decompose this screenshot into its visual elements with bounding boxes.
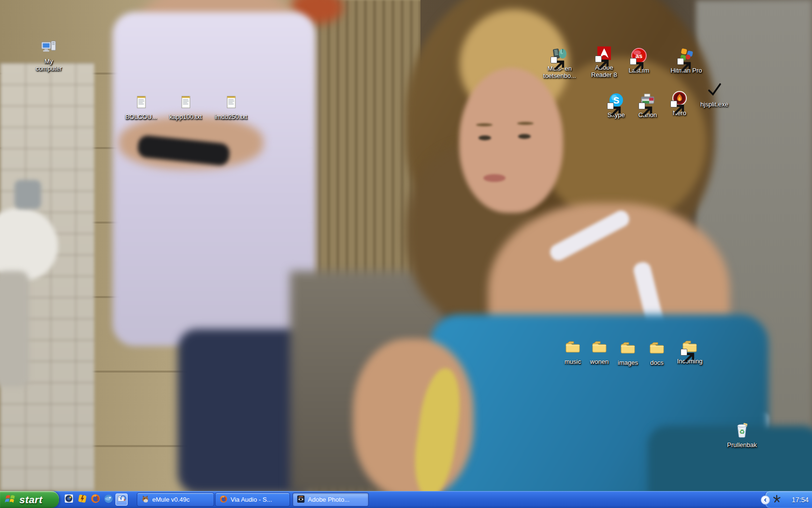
taskbar-window-title: Adobe Photo... bbox=[308, 496, 349, 503]
taskbar: start eMule v0.49c Via Audio - S... bbox=[0, 491, 812, 508]
taskbar-window-via-audio[interactable]: Via Audio - S... bbox=[215, 493, 290, 507]
outlook-express-icon bbox=[116, 493, 127, 506]
folder-icon bbox=[649, 340, 665, 356]
desktop-icon-label: Prullenbak bbox=[727, 442, 756, 449]
text-file-icon bbox=[223, 94, 239, 110]
desktop-icon-incoming-folder[interactable]: Incoming bbox=[667, 338, 713, 365]
wallpaper-girl-eye bbox=[518, 134, 531, 139]
taskbar-window-emule[interactable]: eMule v0.49c bbox=[137, 493, 214, 507]
tray-collapse-chevron-icon[interactable] bbox=[761, 495, 770, 505]
emule-donkey-icon bbox=[141, 495, 149, 505]
wallpaper bbox=[0, 0, 812, 508]
text-file-icon bbox=[177, 94, 194, 110]
desktop-icon-label: BOLCOU... bbox=[125, 114, 157, 121]
adobe-reader-icon bbox=[596, 45, 612, 61]
hitman-pro-icon bbox=[678, 47, 695, 64]
checkmark-icon bbox=[706, 81, 723, 98]
desktop-icon-hjsplit[interactable]: hjsplit.exe bbox=[691, 81, 738, 108]
my-computer-icon bbox=[41, 39, 57, 55]
shortcut-arrow-icon bbox=[630, 58, 637, 65]
svg-text:♻: ♻ bbox=[739, 428, 745, 435]
desktop-icon-label: imdb250.txt bbox=[215, 114, 247, 121]
thunderbird-icon bbox=[103, 493, 114, 506]
desktop: My computer BOLCOU... kapp100.txt imdb25… bbox=[0, 0, 812, 508]
text-file-icon bbox=[133, 94, 149, 110]
firefox-icon bbox=[90, 493, 101, 506]
start-button[interactable]: start bbox=[0, 491, 59, 508]
shortcut-arrow-icon bbox=[670, 101, 677, 107]
quicklaunch-outlook-express[interactable] bbox=[116, 493, 128, 506]
media-player-icon bbox=[64, 493, 74, 506]
quicklaunch-media-player[interactable] bbox=[63, 493, 75, 506]
recycle-bin-icon: ♻ bbox=[734, 422, 750, 438]
shortcut-arrow-icon bbox=[681, 349, 687, 356]
tray-star-utility-icon[interactable] bbox=[772, 494, 782, 506]
desktop-icon-prullenbak[interactable]: ♻ Prullenbak bbox=[719, 422, 765, 449]
desktop-icon-bolcou[interactable]: BOLCOU... bbox=[118, 94, 164, 121]
wallpaper-girl-brow bbox=[517, 122, 534, 125]
shortcut-arrow-icon bbox=[677, 58, 684, 65]
shortcut-arrow-icon bbox=[638, 103, 645, 109]
taskbar-window-title: eMule v0.49c bbox=[152, 496, 189, 503]
taskbar-window-adobe-photo[interactable]: Adobe Photo... bbox=[292, 493, 369, 507]
firefox-icon bbox=[219, 495, 228, 505]
wallpaper-faucet bbox=[14, 180, 41, 209]
mouse-keyboard-icon bbox=[551, 46, 568, 62]
wallpaper-girl-eye bbox=[478, 135, 491, 140]
nero-icon bbox=[671, 90, 688, 106]
shortcut-arrow-icon bbox=[595, 56, 602, 62]
desktop-icon-label: docs bbox=[650, 359, 663, 367]
skype-icon: S bbox=[608, 92, 624, 108]
wallpaper-girl-face bbox=[459, 68, 563, 213]
desktop-icon-my-computer[interactable]: My computer bbox=[26, 39, 72, 73]
wallpaper-girl-brow bbox=[476, 123, 493, 126]
canon-printer-icon bbox=[639, 92, 656, 108]
windows-flag-icon bbox=[5, 493, 16, 507]
wallpaper-sink-pedestal bbox=[0, 271, 29, 387]
quicklaunch-thunderbird[interactable] bbox=[102, 493, 115, 506]
photoshop-eye-icon bbox=[297, 495, 305, 505]
desktop-icon-imdb250[interactable]: imdb250.txt bbox=[208, 94, 254, 121]
lastfm-icon: as bbox=[631, 47, 647, 64]
taskbar-window-title: Via Audio - S... bbox=[231, 496, 272, 503]
wallpaper-girl-lips bbox=[483, 174, 506, 182]
start-button-label: start bbox=[19, 494, 43, 506]
desktop-icon-lastfm[interactable]: as Last.fm bbox=[616, 47, 662, 75]
desktop-icon-kapp100[interactable]: kapp100.txt bbox=[162, 94, 209, 121]
desktop-icon-label: hjsplit.exe bbox=[700, 101, 728, 108]
shortcut-arrow-icon bbox=[551, 57, 557, 63]
quicklaunch-winamp[interactable] bbox=[76, 493, 88, 506]
desktop-icon-hitman-pro[interactable]: Hitman Pro bbox=[663, 47, 710, 75]
folder-icon bbox=[682, 338, 698, 355]
desktop-icon-muis-toetsenbord[interactable]: Muis- en toetsenbo... bbox=[536, 46, 583, 80]
winamp-icon bbox=[77, 493, 87, 506]
tray-clock[interactable]: 17:54 bbox=[792, 491, 809, 508]
desktop-icon-label: kapp100.txt bbox=[169, 114, 202, 121]
quicklaunch-firefox[interactable] bbox=[89, 493, 102, 506]
system-tray: 17:54 bbox=[765, 491, 812, 508]
wallpaper-woman1-towel bbox=[113, 12, 316, 346]
desktop-icon-label: My computer bbox=[32, 58, 66, 72]
shortcut-arrow-icon bbox=[607, 103, 614, 109]
